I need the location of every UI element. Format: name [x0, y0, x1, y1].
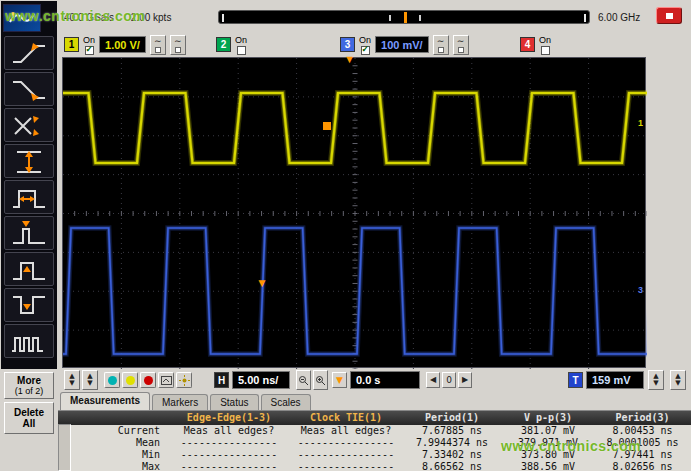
glitch-icon[interactable]	[4, 216, 54, 250]
channel3-option-checkbox[interactable]	[438, 47, 444, 53]
offset-spinner[interactable]: ▲ ▼	[82, 370, 98, 390]
acquisition-toolbar: 40.0 GSa/s 2.00 kpts 6.00 GHz	[58, 0, 691, 32]
wave-glyph: ∼	[457, 36, 465, 46]
table-row: Max ---------------- ---------------- 8.…	[58, 461, 691, 471]
more-button[interactable]: More (1 of 2)	[4, 372, 54, 399]
channel2-number-button[interactable]: 2	[216, 37, 231, 52]
column-header: Period(1)	[402, 411, 502, 425]
timeline-center-marker	[404, 12, 407, 23]
measurements-scrollbar[interactable]	[58, 424, 71, 471]
bandwidth-value: 6.00 GHz	[598, 12, 640, 23]
channel1-number-button[interactable]: 1	[64, 37, 79, 52]
marker-red-icon[interactable]	[140, 372, 156, 388]
waveform-display[interactable]: ▼ ▼ 1 3	[62, 57, 646, 368]
wave-glyph: ∼	[174, 36, 182, 46]
channel3-level-marker[interactable]: 3	[638, 285, 643, 295]
timeline-left-cap	[222, 14, 224, 22]
channel3-number-button[interactable]: 3	[340, 37, 355, 52]
marker-teal-icon[interactable]	[104, 372, 120, 388]
channel1-waveform-icon[interactable]: ∼	[150, 35, 166, 55]
trigger-level-spinner[interactable]: ▲ ▼	[648, 370, 664, 390]
burst-icon[interactable]	[4, 324, 54, 358]
trigger-time-marker-icon[interactable]: ▼	[344, 54, 355, 65]
delete-label: Delete	[5, 407, 53, 418]
cell: Meas all edges?	[168, 425, 290, 437]
channel1-option-checkbox[interactable]	[155, 47, 161, 53]
watermark-top: www.cntronics.com	[5, 8, 145, 24]
tab-measurements[interactable]: Measurements	[60, 392, 150, 410]
column-header: Clock TIE(1)	[290, 411, 402, 425]
timeline-right-cap	[584, 14, 586, 22]
down-arrow-icon: ▼	[675, 380, 680, 387]
both-edges-icon[interactable]	[4, 108, 54, 142]
fine-adjust-spinner[interactable]: ▲ ▼	[670, 370, 686, 390]
cell: 7.33402 ns	[402, 449, 502, 461]
sidebar-footer: More (1 of 2) Delete All	[0, 369, 58, 471]
stop-button[interactable]	[656, 7, 682, 24]
sidebar-icon-panel	[1, 1, 57, 369]
measurement-marker-square-icon[interactable]	[323, 122, 331, 130]
pan-left-button[interactable]: ◀	[426, 372, 440, 388]
zoom-out-icon[interactable]	[296, 370, 311, 390]
channel1-scale-button[interactable]: 1.00 V/	[99, 36, 146, 53]
row-label: Max	[58, 461, 168, 471]
row-label: Min	[58, 449, 168, 461]
left-arrow-icon: ◀	[430, 376, 436, 384]
channel1-option-checkbox2[interactable]	[175, 47, 181, 53]
channel1-coupling-icon[interactable]: ∼	[170, 35, 186, 55]
pulse-low-icon[interactable]	[4, 288, 54, 322]
timeline-bar[interactable]	[218, 10, 590, 24]
channel4-controls: 4 On	[520, 35, 551, 57]
column-header: Edge-Edge(1-3)	[168, 411, 290, 425]
waveform-plot	[63, 58, 647, 369]
channel3-waveform-icon[interactable]: ∼	[433, 35, 449, 55]
trigger-tag: T	[568, 372, 583, 388]
tab-scales[interactable]: Scales	[261, 394, 311, 410]
cell: 7.67885 ns	[402, 425, 502, 437]
brightness-icon[interactable]	[176, 372, 192, 388]
pulse-high-icon[interactable]	[4, 252, 54, 286]
more-label: More	[5, 375, 53, 386]
horizontal-scale-button[interactable]: 5.00 ns/	[232, 371, 290, 389]
down-arrow-icon: ▼	[87, 380, 92, 387]
channel4-on-checkbox[interactable]	[541, 46, 550, 55]
cell: 8.00453 ns	[594, 425, 691, 437]
cell: 388.56 mV	[502, 461, 594, 471]
falling-edge-icon[interactable]	[4, 72, 54, 106]
channel3-option-checkbox2[interactable]	[458, 47, 464, 53]
channel3-scale-button[interactable]: 100 mV/	[375, 36, 429, 53]
pan-center-button[interactable]: 0	[442, 372, 456, 388]
trigger-level-button[interactable]: 159 mV	[586, 371, 644, 389]
vertical-spinner[interactable]: ▲ ▼	[64, 370, 80, 390]
marker-yellow-icon[interactable]	[122, 372, 138, 388]
channel1-on-checkbox[interactable]	[85, 46, 94, 55]
channel2-on-label: On	[235, 35, 247, 45]
measurement-marker-triangle-icon[interactable]: ▼	[256, 277, 268, 289]
delete-all-button[interactable]: Delete All	[4, 402, 54, 434]
rising-edge-icon[interactable]	[4, 36, 54, 70]
trigger-position-icon[interactable]: ▼	[332, 372, 347, 388]
cell: 381.07 mV	[502, 425, 594, 437]
zoom-in-icon[interactable]	[313, 370, 328, 390]
trigger-sidebar: More (1 of 2) Delete All	[0, 0, 58, 471]
horizontal-position-button[interactable]: 0.0 s	[350, 371, 420, 389]
channel4-number-button[interactable]: 4	[520, 37, 535, 52]
down-arrow-icon: ▼	[336, 377, 343, 384]
tab-status[interactable]: Status	[210, 394, 258, 410]
display-settings-icon[interactable]	[158, 372, 174, 388]
cell: 7.9944374 ns	[402, 437, 502, 449]
pan-right-button[interactable]: ▶	[458, 372, 472, 388]
transition-time-icon[interactable]	[4, 144, 54, 178]
pulse-width-icon[interactable]	[4, 180, 54, 214]
cell: 8.66562 ns	[402, 461, 502, 471]
cell: ----------------	[168, 461, 290, 471]
tab-markers[interactable]: Markers	[152, 394, 208, 410]
channel-controls-row: 1 On 1.00 V/ ∼ ∼ 2 On 3 On 100 mV/ ∼ ∼	[58, 32, 691, 57]
measurements-header-row: Edge-Edge(1-3) Clock TIE(1) Period(1) V …	[58, 411, 691, 425]
channel3-on-checkbox[interactable]	[361, 46, 370, 55]
channel1-level-marker[interactable]: 1	[638, 118, 643, 128]
oscilloscope-app: More (1 of 2) Delete All 40.0 GSa/s 2.00…	[0, 0, 691, 471]
channel2-on-checkbox[interactable]	[237, 46, 246, 55]
channel3-coupling-icon[interactable]: ∼	[453, 35, 469, 55]
horizontal-tag: H	[214, 372, 229, 388]
